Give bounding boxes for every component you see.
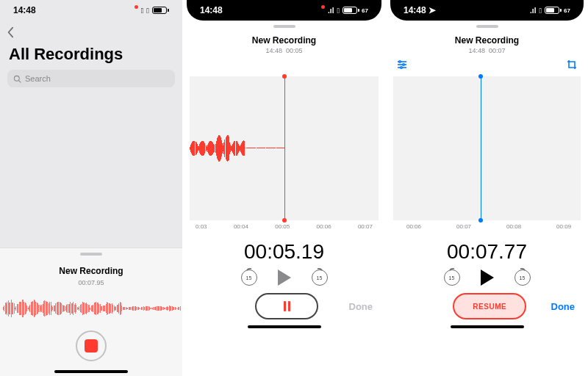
transport-controls: 15 15: [182, 270, 386, 286]
home-indicator[interactable]: [451, 325, 524, 328]
battery-icon: [152, 7, 169, 14]
back-button[interactable]: [0, 21, 182, 42]
playhead[interactable]: [481, 76, 481, 220]
sheet-grabber[interactable]: [476, 25, 498, 28]
recording-subtitle: 14:48 00:05: [182, 47, 386, 54]
recording-header: New Recording 14:48 00:07: [386, 35, 588, 54]
drawer-grabber[interactable]: [80, 253, 102, 256]
battery-label: 67: [564, 7, 570, 14]
playhead-handle-bottom[interactable]: [282, 218, 287, 223]
svg-line-1: [19, 80, 21, 82]
tick: 0:03: [196, 223, 207, 230]
svg-point-6: [403, 64, 405, 66]
page-title: All Recordings: [0, 42, 182, 70]
signal-icon: .ıl: [328, 7, 334, 15]
tick: 00:04: [234, 223, 248, 230]
recording-indicator-dot: [135, 5, 138, 9]
status-time: 14:48: [200, 5, 223, 15]
recording-elapsed: 00:07.95: [78, 279, 104, 286]
tick: 00:07: [358, 223, 373, 230]
wifi-icon: 􀙈: [539, 7, 542, 15]
current-time: 00:05.19: [182, 240, 386, 264]
phone-recording-paused-grey: 14:48 .ıl 􀙈 67 New Recording 14:48 00:05…: [182, 0, 386, 376]
status-bar: 14:48 .ıl 􀙈 67: [187, 0, 381, 21]
status-icons: .ıl 􀙈 67: [321, 7, 368, 15]
search-placeholder: Search: [25, 74, 51, 83]
resume-record-button[interactable]: RESUME: [453, 293, 526, 319]
done-button[interactable]: Done: [349, 301, 373, 312]
stop-record-button[interactable]: [76, 330, 107, 361]
wifi-icon: 􀙈: [146, 7, 149, 15]
done-button[interactable]: Done: [551, 301, 576, 312]
signal-icon: .ıl: [530, 7, 536, 15]
tools-row: [386, 54, 588, 69]
recording-duration: 00:07: [489, 47, 506, 54]
recording-title: New Recording: [59, 266, 123, 276]
play-button[interactable]: [481, 270, 494, 286]
phone-all-recordings: 14:48 􀙇 􀙈 All Recordings Search New Reco…: [0, 0, 182, 376]
tick: 00:06: [317, 223, 331, 230]
tools-row: [182, 54, 386, 69]
playhead-handle-top[interactable]: [478, 74, 483, 79]
skip-amount: 15: [520, 275, 526, 281]
bottom-actions: RESUME Done: [386, 293, 588, 324]
battery-icon: 67: [343, 7, 368, 14]
skip-forward-15-button[interactable]: 15: [312, 270, 328, 286]
recording-drawer: New Recording 00:07.95: [0, 247, 182, 376]
status-bar: 14:48 ➤ .ıl 􀙈 67: [390, 0, 584, 21]
playhead-handle-top[interactable]: [282, 74, 287, 79]
trim-crop-icon[interactable]: [566, 59, 578, 69]
phone-recording-resume: 14:48 ➤ .ıl 􀙈 67 New Recording 14:48 00:…: [386, 0, 588, 376]
recording-title[interactable]: New Recording: [386, 35, 588, 46]
skip-back-15-button[interactable]: 15: [241, 270, 257, 286]
waveform-stage[interactable]: [190, 76, 379, 220]
play-button[interactable]: [278, 270, 291, 286]
tick: 00:06: [406, 223, 421, 230]
battery-label: 67: [362, 7, 368, 14]
skip-amount: 15: [449, 275, 455, 281]
current-time: 00:07.77: [386, 240, 588, 264]
tick: 00:08: [506, 223, 521, 230]
battery-icon: 67: [545, 7, 570, 14]
svg-point-0: [14, 76, 19, 81]
stop-icon: [85, 339, 98, 352]
recording-indicator-dot: [321, 5, 325, 9]
skip-amount: 15: [246, 275, 252, 281]
pause-record-button[interactable]: [255, 293, 318, 319]
skip-back-15-button[interactable]: 15: [444, 270, 460, 286]
svg-point-5: [399, 61, 401, 63]
home-indicator[interactable]: [54, 370, 128, 373]
status-icons: 􀙇 􀙈: [135, 7, 169, 15]
chevron-left-icon: [6, 26, 15, 38]
status-time: 14:48 ➤: [404, 5, 436, 15]
signal-icon: 􀙇: [141, 7, 144, 15]
settings-sliders-icon[interactable]: [396, 59, 408, 69]
skip-amount: 15: [317, 275, 323, 281]
recording-clock-time: 14:48: [265, 47, 282, 54]
waveform-mini: [0, 295, 182, 322]
recording-title[interactable]: New Recording: [182, 35, 386, 46]
search-input[interactable]: Search: [7, 70, 175, 87]
recording-duration: 00:05: [286, 47, 303, 54]
tick: 00:05: [275, 223, 290, 230]
bottom-actions: Done: [182, 293, 386, 324]
status-time: 14:48: [13, 5, 36, 15]
waveform-stage[interactable]: [393, 76, 581, 220]
resume-label: RESUME: [473, 303, 506, 311]
transport-controls: 15 15: [386, 270, 588, 286]
wifi-icon: 􀙈: [337, 7, 340, 15]
svg-point-7: [401, 67, 403, 69]
sheet-grabber[interactable]: [273, 25, 295, 28]
status-icons: .ıl 􀙈 67: [530, 7, 570, 15]
recording-header: New Recording 14:48 00:05: [182, 35, 386, 54]
recording-subtitle: 14:48 00:07: [386, 47, 588, 54]
recording-clock-time: 14:48: [468, 47, 485, 54]
search-icon: [13, 75, 21, 83]
status-bar: 14:48 􀙇 􀙈: [0, 0, 182, 21]
home-indicator[interactable]: [248, 325, 321, 328]
pause-icon: [288, 301, 290, 311]
skip-forward-15-button[interactable]: 15: [514, 270, 531, 286]
playhead[interactable]: [284, 76, 285, 220]
time-ticks: 00:06 00:07 00:08 00:09: [393, 220, 581, 233]
tick: 00:07: [456, 223, 471, 230]
